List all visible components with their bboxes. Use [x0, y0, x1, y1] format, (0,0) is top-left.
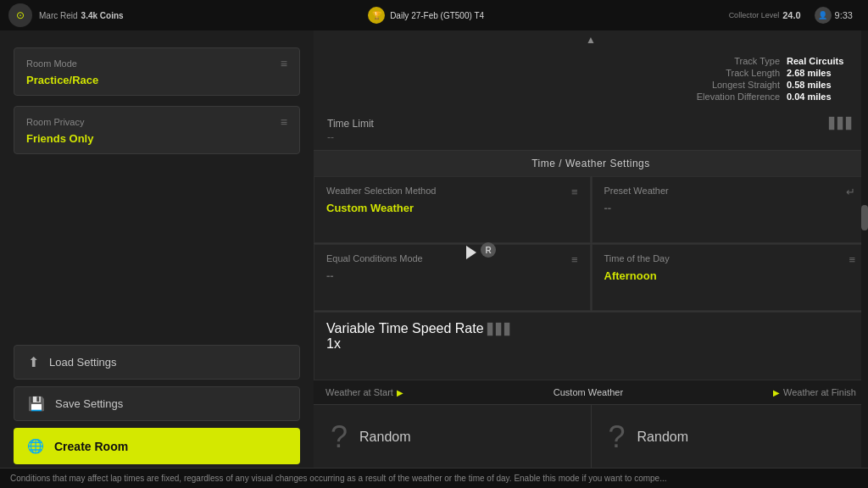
time-of-day-menu-icon[interactable]: ≡: [849, 253, 855, 266]
preset-weather-label: Preset Weather: [604, 186, 669, 198]
collector-info: Collector Level 24.0: [729, 10, 801, 20]
elevation-row: Elevation Difference 0.04 miles: [668, 92, 854, 102]
room-mode-value: Practice/Race: [26, 74, 287, 86]
scroll-up[interactable]: ▲: [314, 30, 868, 49]
create-room-button[interactable]: 🌐 Create Room: [14, 428, 300, 464]
weather-method-menu-icon[interactable]: ≡: [571, 186, 578, 198]
top-bar: ⊙ Marc Reid 3.4k Coins 🏆 Daily 27-Feb (G…: [0, 0, 868, 30]
load-settings-button[interactable]: ⬆ Load Settings: [14, 345, 300, 380]
save-settings-label: Save Settings: [55, 397, 123, 410]
weather-options: ? Random ? Random: [314, 405, 868, 469]
daily-text: Daily 27-Feb (GT500) T4: [390, 11, 484, 20]
elevation-label: Elevation Difference: [668, 92, 780, 102]
random-label-2: Random: [637, 430, 688, 445]
room-mode-label: Room Mode: [26, 58, 77, 69]
variable-time-label: Variable Time Speed Rate: [326, 321, 484, 336]
longest-straight-value: 0.58 miles: [787, 80, 854, 90]
create-room-label: Create Room: [54, 440, 128, 453]
weather-center-text: Custom Weather: [554, 387, 623, 397]
weather-center-label: Custom Weather: [415, 380, 761, 404]
time-of-day-value: Afternoon: [604, 269, 856, 282]
left-sidebar: Room Mode ≡ Practice/Race Room Privacy ≡…: [0, 30, 314, 488]
time-limit-row: Time Limit ▋▋▋ --: [314, 110, 868, 151]
room-privacy-label: Room Privacy: [26, 117, 84, 127]
track-type-row: Track Type Real Circuits: [668, 56, 854, 66]
variable-time-value: 1x: [326, 336, 855, 352]
weather-start-arrow: ▶: [397, 388, 403, 397]
track-info-panel: Track Type Real Circuits Track Length 2.…: [314, 49, 868, 110]
daily-challenge: 🏆 Daily 27-Feb (GT500) T4: [368, 7, 484, 24]
credits-value: 9:33: [835, 10, 853, 20]
time-of-day-cell[interactable]: Time of the Day ≡ Afternoon: [592, 244, 869, 311]
variable-time-cell[interactable]: Variable Time Speed Rate ▋▋▋ 1x: [314, 312, 868, 380]
weather-section-title: Time / Weather Settings: [531, 158, 650, 169]
weather-at-start-tab[interactable]: Weather at Start ▶: [314, 380, 415, 404]
variable-time-bars-icon: ▋▋▋: [487, 323, 513, 336]
app-logo: ⊙: [8, 3, 32, 27]
weather-method-cell[interactable]: Weather Selection Method ≡ Custom Weathe…: [314, 176, 591, 243]
weather-tabs: Weather at Start ▶ Custom Weather ▶ Weat…: [314, 380, 868, 405]
save-settings-button[interactable]: 💾 Save Settings: [14, 386, 300, 421]
time-limit-label: Time Limit: [327, 118, 374, 130]
time-of-day-label: Time of the Day: [604, 253, 670, 266]
room-privacy-value: Friends Only: [26, 132, 287, 145]
weather-method-label: Weather Selection Method: [326, 186, 436, 198]
bottom-bar-text: Conditions that may affect lap times are…: [10, 474, 666, 483]
preset-weather-cell[interactable]: Preset Weather ↵ --: [592, 176, 869, 243]
elevation-value: 0.04 miles: [787, 92, 854, 102]
load-icon: ⬆: [28, 354, 39, 370]
bottom-bar: Conditions that may affect lap times are…: [0, 468, 868, 488]
room-privacy-menu-icon[interactable]: ≡: [281, 115, 287, 129]
load-settings-label: Load Settings: [49, 356, 117, 369]
scroll-up-arrow: ▲: [586, 34, 596, 46]
longest-straight-row: Longest Straight 0.58 miles: [668, 80, 854, 90]
weather-finish-arrow: ▶: [773, 388, 780, 397]
cursor-pointer: [466, 246, 476, 259]
weather-start-label: Weather at Start: [326, 387, 393, 397]
user-name: Marc Reid: [39, 11, 78, 20]
room-mode-box[interactable]: Room Mode ≡ Practice/Race: [14, 47, 300, 96]
random-label-1: Random: [359, 430, 410, 445]
track-length-value: 2.68 miles: [787, 68, 854, 78]
save-icon: 💾: [28, 396, 45, 412]
preset-weather-value: --: [604, 202, 856, 214]
equal-conditions-label: Equal Conditions Mode: [326, 253, 423, 266]
weather-option-2[interactable]: ? Random: [592, 405, 869, 469]
track-type-value: Real Circuits: [787, 56, 854, 66]
preset-weather-enter-icon[interactable]: ↵: [846, 186, 855, 198]
weather-option-1[interactable]: ? Random: [314, 405, 591, 469]
user-sub: 3.4k Coins: [81, 11, 124, 20]
weather-section-header: Time / Weather Settings: [314, 151, 868, 176]
scrollbar-thumb[interactable]: [861, 205, 868, 230]
weather-method-value: Custom Weather: [326, 202, 578, 214]
main-content: ▲ Track Type Real Circuits Track Length …: [314, 30, 868, 488]
random-weather-icon-1: ?: [331, 422, 348, 452]
user-info: Marc Reid 3.4k Coins: [39, 11, 124, 20]
scrollbar-track: [861, 30, 868, 468]
track-length-row: Track Length 2.68 miles: [668, 68, 854, 78]
r-badge: R: [481, 242, 496, 258]
weather-finish-label: Weather at Finish: [783, 387, 856, 397]
collector-label: Collector Level: [729, 11, 780, 19]
room-mode-menu-icon[interactable]: ≡: [281, 57, 287, 70]
time-limit-bars-icon: ▋▋▋: [829, 117, 854, 130]
equal-conditions-cell[interactable]: Equal Conditions Mode ≡ --: [314, 244, 591, 311]
random-weather-icon-2: ?: [609, 422, 626, 452]
room-privacy-box[interactable]: Room Privacy ≡ Friends Only: [14, 106, 300, 154]
equal-conditions-menu-icon[interactable]: ≡: [571, 253, 578, 266]
equal-conditions-value: --: [326, 269, 578, 282]
credits-info: 👤 9:33: [815, 7, 853, 24]
longest-straight-label: Longest Straight: [668, 80, 780, 90]
create-icon: 🌐: [27, 438, 44, 454]
weather-at-finish-tab[interactable]: ▶ Weather at Finish: [761, 380, 868, 404]
track-type-label: Track Type: [668, 56, 780, 66]
time-limit-value: --: [327, 131, 854, 143]
track-length-label: Track Length: [668, 68, 780, 78]
collector-value: 24.0: [782, 10, 800, 20]
settings-grid: Weather Selection Method ≡ Custom Weathe…: [314, 176, 868, 380]
